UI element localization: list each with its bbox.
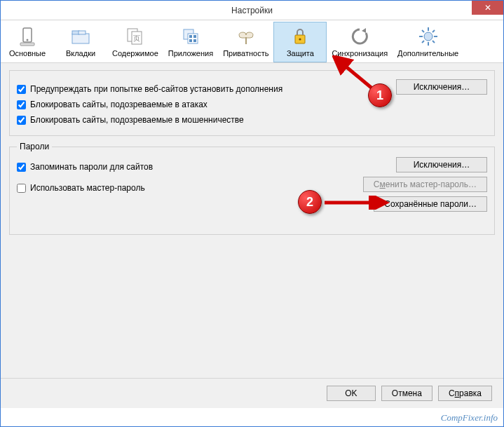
svg-line-27 <box>433 30 435 32</box>
content-icon: 页 <box>124 25 147 48</box>
svg-point-19 <box>424 32 433 41</box>
annotation-bubble-1: 1 <box>368 83 392 107</box>
svg-text:页: 页 <box>133 34 140 42</box>
advanced-icon <box>417 25 440 48</box>
use-master-password-label[interactable]: Использовать мастер-пароль <box>17 183 145 193</box>
titlebar: Настройки ✕ <box>1 1 503 20</box>
block-fraud-checkbox[interactable] <box>17 116 26 125</box>
svg-point-17 <box>299 38 301 40</box>
help-button[interactable]: Справка <box>438 386 492 401</box>
block-attack-checkbox[interactable] <box>17 100 26 109</box>
tabs-icon <box>69 25 92 48</box>
warn-addons-text: Предупреждать при попытке веб-сайтов уст… <box>30 84 282 94</box>
tab-label: Дополнительные <box>397 49 458 57</box>
tab-label: Защита <box>287 49 314 57</box>
warn-addons-checkbox[interactable] <box>17 85 26 94</box>
warn-addons-label[interactable]: Предупреждать при попытке веб-сайтов уст… <box>17 84 282 94</box>
svg-rect-15 <box>245 37 247 44</box>
use-master-password-text: Использовать мастер-пароль <box>30 183 145 193</box>
remember-passwords-label[interactable]: Запоминать пароли для сайтов <box>17 162 153 172</box>
svg-point-1 <box>27 39 29 41</box>
tab-label: Вкладки <box>66 49 95 57</box>
passwords-group: Пароли Исключения… Сменить мастер-пароль… <box>9 142 495 235</box>
close-button[interactable]: ✕ <box>472 1 503 15</box>
block-fraud-text: Блокировать сайты, подозреваемые в мошен… <box>30 115 244 125</box>
tab-label: Основные <box>9 49 46 57</box>
applications-icon <box>179 25 202 48</box>
tab-content[interactable]: 页 Содержимое <box>107 22 163 62</box>
tab-label: Содержимое <box>112 49 158 57</box>
block-fraud-label[interactable]: Блокировать сайты, подозреваемые в мошен… <box>17 115 244 125</box>
annotation-bubble-2: 2 <box>298 190 322 214</box>
svg-line-24 <box>422 30 424 32</box>
tab-label: Приложения <box>168 49 213 57</box>
window-title: Настройки <box>1 6 503 15</box>
tab-label: Приватность <box>223 49 268 57</box>
change-master-password-button: Сменить мастер-пароль… <box>363 177 487 192</box>
svg-marker-18 <box>362 28 366 33</box>
dialog-footer: OK Отмена Справка <box>1 378 503 408</box>
sync-icon <box>348 25 371 48</box>
tab-privacy[interactable]: Приватность <box>218 22 273 62</box>
annotation-arrow-2 <box>322 196 392 210</box>
svg-rect-12 <box>193 35 196 38</box>
svg-line-26 <box>422 41 424 43</box>
svg-rect-14 <box>193 39 196 42</box>
remember-passwords-checkbox[interactable] <box>17 163 26 172</box>
addons-group: Исключения… Предупреждать при попытке ве… <box>9 70 495 136</box>
tab-general[interactable]: Основные <box>1 22 54 62</box>
close-icon: ✕ <box>484 3 491 13</box>
general-icon <box>16 25 39 48</box>
passwords-legend: Пароли <box>17 142 52 151</box>
svg-rect-11 <box>189 35 192 38</box>
block-attack-text: Блокировать сайты, подозреваемые в атака… <box>30 100 207 109</box>
password-exclusions-button[interactable]: Исключения… <box>396 157 487 172</box>
tab-tabs[interactable]: Вкладки <box>54 22 107 62</box>
toolbar: Основные Вкладки 页 Содержимое <box>1 20 503 63</box>
tab-advanced[interactable]: Дополнительные <box>393 22 463 62</box>
security-icon <box>289 25 311 48</box>
exclusions-button[interactable]: Исключения… <box>396 79 487 95</box>
tab-applications[interactable]: Приложения <box>163 22 218 62</box>
svg-rect-13 <box>189 39 192 42</box>
use-master-password-checkbox[interactable] <box>17 184 26 193</box>
ok-button[interactable]: OK <box>327 386 376 401</box>
svg-rect-5 <box>79 31 86 34</box>
cancel-button[interactable]: Отмена <box>381 386 433 401</box>
watermark: CompFixer.info <box>441 412 498 423</box>
svg-rect-3 <box>72 34 89 43</box>
svg-rect-2 <box>20 43 34 46</box>
svg-line-25 <box>433 41 435 43</box>
svg-line-28 <box>339 61 373 89</box>
tab-security[interactable]: Защита <box>273 22 327 62</box>
content-area: Исключения… Предупреждать при попытке ве… <box>1 63 503 393</box>
block-attack-label[interactable]: Блокировать сайты, подозреваемые в атака… <box>17 100 207 109</box>
privacy-icon <box>235 25 257 48</box>
remember-passwords-text: Запоминать пароли для сайтов <box>30 162 153 172</box>
